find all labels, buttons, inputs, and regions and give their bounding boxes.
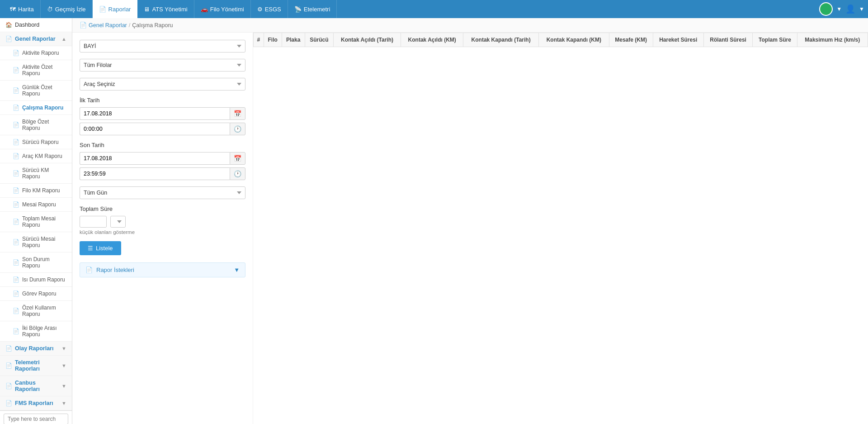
sidebar-item-son-durum-raporu[interactable]: 📄 Son Durum Raporu [0,252,72,273]
mesai-icon: 📄 [13,201,19,208]
col-kontak-acildi-km: Kontak Açıldı (KM) [401,33,463,47]
sidebar-item-calisma-raporu[interactable]: 📄 Çalışma Raporu [0,101,72,115]
sidebar-item-mesai-raporu[interactable]: 📄 Mesai Raporu [0,198,72,212]
sidebar-search-input[interactable] [4,414,68,424]
tum-filolar-filter-group: Tüm Filolar [80,59,245,71]
ozel-kullanim-icon: 📄 [13,308,19,314]
col-rolanti-suresi: Rölanti Süresi [703,33,752,47]
report-table: # Filo Plaka Sürücü Kontak Açıldı (Tarih… [253,33,868,47]
nav-harita[interactable]: 🗺 Harita [4,0,41,18]
sidebar-item-fms-raporlari[interactable]: 📄 FMS Raporları ▼ [0,396,72,410]
ilk-tarih-group: İlk Tarih 📅 🕐 [80,97,245,135]
content-body: BAYİ Tüm Filolar Araç Seçiniz [72,33,868,424]
sidebar-item-telemetri-raporlari[interactable]: 📄 Telemetri Raporları ▼ [0,356,72,376]
nav-esgs[interactable]: ⚙ ESGS [251,0,288,18]
user-menu-icon[interactable]: 👤 [845,4,855,14]
ilk-tarih-calendar-button[interactable]: 📅 [230,107,245,120]
col-plaka: Plaka [282,33,305,47]
genel-raporlar-icon: 📄 [5,36,12,42]
sidebar-search-container [0,410,72,424]
nav-raporlar[interactable]: 📄 Raporlar [93,0,138,18]
nav-filo-yonetimi[interactable]: 🚗 Filo Yönetimi [194,0,251,18]
arac-km-icon: 📄 [13,153,19,159]
ilk-tarih-input[interactable] [80,107,230,120]
bayi-select[interactable]: BAYİ [80,40,245,52]
report-icon: 📄 [99,6,106,13]
col-hareket-suresi: Hareket Süresi [653,33,703,47]
sidebar-item-gunluk-ozet-raporu[interactable]: 📄 Günlük Özet Raporu [0,81,72,101]
sidebar-item-dashbord[interactable]: 🏠 Dashbord [0,18,72,32]
sidebar-item-arac-km-raporu[interactable]: 📄 Araç KM Raporu [0,149,72,163]
sidebar-item-filo-km-raporu[interactable]: 📄 Filo KM Raporu [0,184,72,198]
toplam-mesai-icon: 📄 [13,219,19,225]
breadcrumb-icon: 📄 [80,22,87,29]
table-header-row: # Filo Plaka Sürücü Kontak Açıldı (Tarih… [254,33,868,47]
rapor-istekleri-section[interactable]: 📄 Rapor İstekleri ▼ [80,262,245,277]
sidebar-item-isi-durum-raporu[interactable]: 📄 Isı Durum Raporu [0,273,72,287]
col-hash: # [254,33,264,47]
main-area: 🏠 Dashbord 📄 Genel Raporlar ▲ 📄 Aktivite… [0,18,868,424]
toplam-sure-row [80,216,245,228]
avatar[interactable] [819,2,833,16]
telemetry-icon: 📡 [294,6,302,13]
fms-chevron: ▼ [61,400,66,406]
aktivite-ozet-icon: 📄 [13,67,19,73]
son-tarih-label: Son Tarih [80,142,245,148]
ilk-time-input[interactable] [80,123,230,135]
listele-button[interactable]: ☰ Listele [80,241,121,255]
user-menu-dropdown-arrow[interactable]: ▼ [859,6,864,12]
sidebar-item-gorev-raporu[interactable]: 📄 Görev Raporu [0,287,72,301]
son-tarih-calendar-button[interactable]: 📅 [230,152,245,165]
ilk-time-clock-button[interactable]: 🕐 [230,123,245,135]
sidebar-item-ozel-kullanim-raporu[interactable]: 📄 Özel Kullanım Raporu [0,301,72,321]
isi-durum-icon: 📄 [13,276,19,283]
son-time-wrap: 🕐 [80,167,245,180]
telemetri-chevron: ▼ [61,363,66,368]
col-mesafe-km: Mesafe (KM) [609,33,653,47]
sidebar-item-surucu-mesai-raporu[interactable]: 📄 Sürücü Mesai Raporu [0,232,72,252]
col-surucu: Sürücü [305,33,333,47]
table-header: # Filo Plaka Sürücü Kontak Açıldı (Tarih… [254,33,868,47]
tum-gun-filter-group: Tüm Gün [80,186,245,199]
ilk-tarih-label: İlk Tarih [80,97,245,104]
toplam-sure-unit-select[interactable] [110,216,126,228]
breadcrumb-parent[interactable]: Genel Raporlar [89,22,127,29]
sidebar-item-surucu-km-raporu[interactable]: 📄 Sürücü KM Raporu [0,163,72,184]
sidebar-item-iki-bolge-arasi-raporu[interactable]: 📄 İki Bölge Arası Raporu [0,321,72,342]
gorev-icon: 📄 [13,291,19,297]
nav-etelemetri[interactable]: 📡 Etelemetri [288,0,337,18]
sidebar-item-olay-raporlari[interactable]: 📄 Olay Raporları ▼ [0,342,72,356]
son-tarih-date-wrap: 📅 [80,152,245,165]
sidebar-item-surucu-raporu[interactable]: 📄 Sürücü Raporu [0,135,72,149]
ilk-tarih-date-wrap: 📅 [80,107,245,120]
olay-icon: 📄 [5,345,12,352]
son-time-clock-button[interactable]: 🕐 [230,167,245,180]
toplam-sure-label: Toplam Süre [80,205,245,212]
son-tarih-group: Son Tarih 📅 🕐 [80,142,245,180]
nav-right-controls: ▼ 👤 ▼ [819,2,864,16]
tum-gun-select[interactable]: Tüm Gün [80,186,245,199]
olay-chevron: ▼ [61,346,66,351]
sidebar-item-toplam-mesai-raporu[interactable]: 📄 Toplam Mesai Raporu [0,212,72,232]
rapor-istekleri-icon: 📄 [85,267,93,273]
arac-seciniz-select[interactable]: Araç Seçiniz [80,78,245,91]
sidebar-item-aktivite-raporu[interactable]: 📄 Aktivite Raporu [0,46,72,60]
son-time-input[interactable] [80,167,230,180]
sidebar-item-genel-raporlar[interactable]: 📄 Genel Raporlar ▲ [0,32,72,46]
esgs-icon: ⚙ [257,6,263,13]
kucuk-olanlar-label: küçük olanları gösterme [80,229,245,235]
tum-filolar-select[interactable]: Tüm Filolar [80,59,245,71]
nav-ats-yonetimi[interactable]: 🖥 ATS Yönetimi [137,0,194,18]
avatar-dropdown-arrow[interactable]: ▼ [836,6,842,12]
canbus-icon: 📄 [5,383,12,389]
toplam-sure-input[interactable] [80,216,107,228]
table-panel: # Filo Plaka Sürücü Kontak Açıldı (Tarih… [253,33,868,424]
col-kontak-kapandi-tarih: Kontak Kapandı (Tarih) [463,33,539,47]
fms-icon: 📄 [5,400,12,406]
sidebar-item-canbus-raporlari[interactable]: 📄 Canbus Raporları ▼ [0,376,72,396]
sidebar-item-aktivite-ozet-raporu[interactable]: 📄 Aktivite Özet Raporu [0,60,72,81]
sidebar-item-bolge-ozet-raporu[interactable]: 📄 Bölge Özet Raporu [0,115,72,135]
son-tarih-input[interactable] [80,152,230,165]
nav-gecmis-izle[interactable]: ⏱ Geçmiş İzle [41,0,93,18]
col-toplam-sure: Toplam Süre [753,33,797,47]
